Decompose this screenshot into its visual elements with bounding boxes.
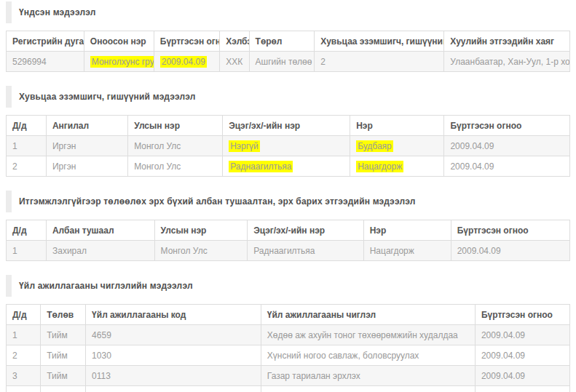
section-header: Үйл ажиллагааны чиглэлийн мэдээлэл — [6, 275, 570, 297]
highlighted-text: Будбаяр — [356, 140, 393, 152]
section-header: Хувьцаа эзэмшигч, гишүүний мэдээлэл — [6, 86, 570, 108]
table-row: 5296994 Монголхунс групп 2009.04.09 ХХК … — [7, 52, 570, 72]
column-header: Д/д — [7, 220, 47, 241]
table-row: 2 Тийм 1030 Хүнсний ногоо савлаж, боловс… — [7, 345, 570, 366]
section-shareholders: Хувьцаа эзэмшигч, гишүүний мэдээлэл Д/д … — [6, 86, 570, 177]
table-cell: 2009.04.09 — [154, 52, 220, 72]
column-header: Д/д — [7, 305, 41, 325]
column-header: Оноосон нэр — [84, 31, 154, 52]
basic-info-table: Регистрийн дугаар Оноосон нэр Бүртгэсэн … — [6, 31, 570, 72]
table-cell: 5296994 — [7, 52, 84, 72]
table-cell: Тийм — [41, 345, 86, 366]
column-header: Бүртгэсэн огноо — [444, 116, 570, 136]
highlighted-text: Нацагдорж — [356, 161, 403, 172]
table-cell: ХХК — [220, 52, 249, 72]
highlighted-text: 2009.04.09 — [160, 56, 207, 68]
section-title: Үйл ажиллагааны чиглэлийн мэдээлэл — [19, 281, 193, 291]
table-row: 3 Тийм 0113 Газар тариалан эрхлэх 2009.0… — [7, 366, 570, 386]
column-header: Хуулийн этгээдийн хаяг — [444, 31, 570, 52]
table-cell: 2009.04.09 — [475, 345, 569, 366]
table-cell: Хүнсний ногоо савлаж, боловсруулах — [261, 345, 475, 366]
table-cell: Будбаяр — [350, 136, 444, 156]
table-cell: 4 — [7, 386, 41, 392]
section-accent-bar — [6, 191, 12, 212]
table-cell: 2009.04.09 — [451, 241, 569, 261]
column-header: Төрөл — [249, 31, 315, 52]
section-header: Итгэмжлэлгүйгээр төлөөлөх эрх бүхий алба… — [6, 191, 570, 212]
table-cell: Раднаагилтьяа — [223, 156, 350, 177]
table-row: 1 Захирал Монгол Улс Раднаагилтьяа Нацаг… — [7, 241, 570, 261]
table-cell: Хөдөө аж ахуйн тоног төхөөрөмжийн худалд… — [261, 325, 475, 345]
section-basic-info: Үндсэн мэдээлэл Регистрийн дугаар Оноосо… — [6, 1, 570, 72]
section-accent-bar — [6, 275, 12, 297]
table-header-row: Д/д Төлөв Үйл ажиллагааны код Үйл ажилла… — [7, 305, 570, 325]
table-cell: Иргэн — [46, 156, 127, 177]
table-row: 1 Тийм 4659 Хөдөө аж ахуйн тоног төхөөрө… — [7, 325, 570, 345]
column-header: Үйл ажиллагааны код — [86, 305, 261, 325]
table-cell: 3 — [7, 366, 41, 386]
column-header: Улсын нэр — [128, 116, 223, 136]
table-cell: Ашгийн төлөө — [249, 52, 315, 72]
table-cell: 2009.04.09 — [475, 366, 569, 386]
section-officials: Итгэмжлэлгүйгээр төлөөлөх эрх бүхий алба… — [6, 191, 570, 261]
column-header: Хувьцаа эзэмшигч, гишүүний тоо — [315, 31, 444, 52]
column-header: Регистрийн дугаар — [7, 31, 84, 52]
table-header-row: Д/д Ангилал Улсын нэр Эцэг/эх/-ийн нэр Н… — [7, 116, 570, 136]
table-cell: Гадаад худалдаа — [261, 386, 475, 392]
table-cell: 2009.04.09 — [475, 386, 569, 392]
column-header: Улсын нэр — [154, 220, 248, 241]
table-header-row: Д/д Албан тушаал Улсын нэр Эцэг/эх/-ийн … — [7, 220, 570, 241]
column-header: Ангилал — [46, 116, 127, 136]
table-row: 4 Тийм 4610 Гадаад худалдаа 2009.04.09 — [7, 386, 570, 392]
table-cell: 2 — [7, 345, 41, 366]
column-header: Нэр — [350, 116, 444, 136]
table-cell: Нацагдорж — [363, 241, 451, 261]
section-accent-bar — [6, 1, 12, 23]
table-cell: Тийм — [41, 366, 86, 386]
registry-page: Үндсэн мэдээлэл Регистрийн дугаар Оноосо… — [0, 0, 576, 392]
column-header: Нэр — [363, 220, 451, 241]
section-header: Үндсэн мэдээлэл — [6, 1, 570, 23]
table-cell: Иргэн — [46, 136, 127, 156]
table-cell: Захирал — [46, 241, 154, 261]
table-cell: Монгол Улс — [128, 156, 223, 177]
column-header: Бүртгэсэн огноо — [475, 305, 569, 325]
table-cell: 0113 — [86, 366, 261, 386]
highlighted-text: Раднаагилтьяа — [229, 161, 293, 172]
section-accent-bar — [6, 86, 12, 108]
table-cell: 4659 — [86, 325, 261, 345]
table-cell: 4610 — [86, 386, 261, 392]
table-row: 1 Иргэн Монгол Улс Нэргүй Будбаяр 2009.0… — [7, 136, 570, 156]
officials-table: Д/д Албан тушаал Улсын нэр Эцэг/эх/-ийн … — [6, 220, 570, 261]
column-header: Бүртгэсэн огноо — [451, 220, 569, 241]
table-cell: Нэргүй — [223, 136, 350, 156]
table-cell: Раднаагилтьяа — [248, 241, 363, 261]
table-cell: Нацагдорж — [350, 156, 444, 177]
table-cell: Монгол Улс — [154, 241, 248, 261]
highlighted-text: Нэргүй — [229, 140, 260, 152]
column-header: Бүртгэсэн огноо — [154, 31, 220, 52]
column-header: Д/д — [7, 116, 47, 136]
column-header: Үйл ажиллагааны чиглэл — [261, 305, 475, 325]
column-header: Албан тушаал — [46, 220, 154, 241]
table-row: 2 Иргэн Монгол Улс Раднаагилтьяа Нацагдо… — [7, 156, 570, 177]
table-cell: 1 — [7, 241, 47, 261]
table-cell: Тийм — [41, 386, 86, 392]
table-cell: 1 — [7, 325, 41, 345]
table-cell: 2 — [7, 156, 47, 177]
table-cell: 2009.04.09 — [475, 325, 569, 345]
table-cell: 1030 — [86, 345, 261, 366]
section-title: Хувьцаа эзэмшигч, гишүүний мэдээлэл — [19, 92, 196, 102]
table-header-row: Регистрийн дугаар Оноосон нэр Бүртгэсэн … — [7, 31, 570, 52]
activities-table: Д/д Төлөв Үйл ажиллагааны код Үйл ажилла… — [6, 304, 570, 392]
table-cell: Монгол Улс — [128, 136, 223, 156]
column-header: Төлөв — [41, 305, 86, 325]
table-cell: 2009.04.09 — [444, 136, 570, 156]
table-cell: 2009.04.09 — [444, 156, 570, 177]
highlighted-text: Монголхунс групп — [90, 56, 154, 68]
table-cell: 2 — [315, 52, 444, 72]
table-cell: Улаанбаатар, Хан-Уул, 1-р хороо, 24 — [444, 52, 570, 72]
table-cell: 1 — [7, 136, 47, 156]
column-header: Хэлбэр — [220, 31, 249, 52]
section-activities: Үйл ажиллагааны чиглэлийн мэдээлэл Д/д Т… — [6, 275, 570, 392]
